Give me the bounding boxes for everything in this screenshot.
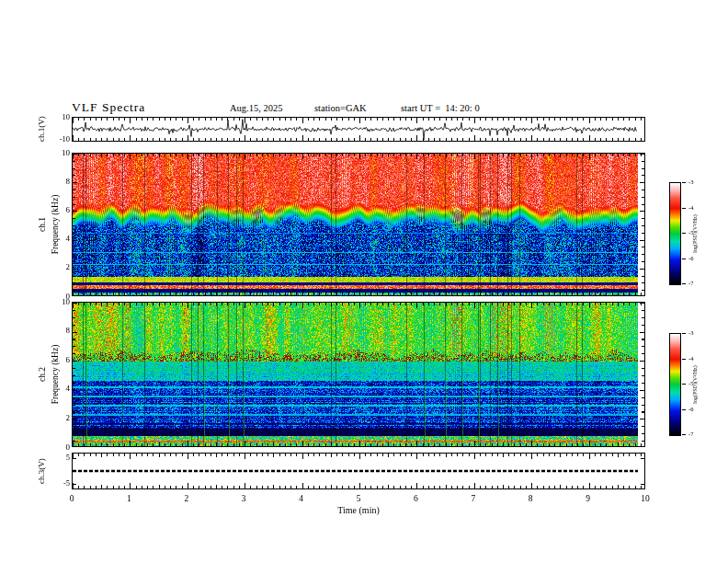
ch2-spectrogram-panel	[72, 302, 645, 447]
x-tick-label: 8	[529, 494, 533, 503]
ch3-ymax-label: 5	[44, 453, 70, 462]
spec1-channel-label: ch.1	[38, 217, 47, 232]
ch1-spectrogram-panel	[72, 153, 645, 296]
ch3-line-canvas	[73, 454, 638, 488]
colorbar-tick-mark	[682, 283, 686, 284]
y-tick-mark	[73, 484, 76, 485]
x-tick-label: 0	[70, 494, 74, 503]
freq-tick-label: 2	[44, 262, 70, 271]
colorbar-ticks: -3-4-5-6-7	[682, 333, 713, 436]
ch3-panel	[72, 453, 645, 489]
freq-tick-label: 8	[44, 177, 70, 186]
y-minor-ticks	[642, 303, 644, 446]
y-major-ticks	[640, 154, 644, 295]
spec2-axis-label: Frequency (kHz)	[51, 345, 60, 405]
y-major-ticks	[640, 303, 644, 446]
spec2-channel-label: ch.2	[38, 367, 47, 382]
colorbar-tick-label: -4	[688, 355, 693, 362]
colorbar-tick-mark	[682, 434, 686, 435]
x-tick-label: 10	[641, 494, 650, 503]
colorbar-tick-mark	[682, 208, 686, 209]
colorbar-ticks: -3-4-5-6-7	[682, 182, 713, 285]
spec1-axis-label: Frequency (kHz)	[51, 195, 60, 255]
ch1-waveform-panel	[72, 117, 645, 142]
colorbar-tick-label: -6	[688, 406, 693, 412]
page-title: VLF Spectra	[72, 100, 145, 115]
time-axis-tick-labels: 012345678910	[72, 494, 645, 505]
colorbar-tick-mark	[682, 259, 686, 259]
date-label: Aug.15, 2025	[230, 103, 282, 113]
y-minor-ticks	[642, 154, 644, 295]
x-tick-label: 1	[127, 494, 131, 503]
colorbar1-label: log(PSD)(V²/Hz)	[692, 214, 698, 252]
x-tick-label: 4	[299, 494, 303, 503]
colorbar-tick-label: -3	[688, 329, 693, 336]
x-tick-label: 2	[184, 494, 188, 503]
x-tick-label: 3	[242, 494, 246, 503]
colorbar-tick-label: -7	[688, 431, 693, 437]
freq-tick-label: 0	[44, 442, 70, 452]
colorbar-tick-label: -7	[688, 280, 693, 286]
ch1-spectrogram-canvas	[73, 154, 638, 295]
station-label: station=GAK	[314, 103, 367, 113]
ch1-waveform-canvas	[73, 118, 638, 141]
colorbar-tick-mark	[682, 409, 686, 410]
colorbar-tick-mark	[682, 333, 686, 334]
freq-tick-label: 2	[44, 413, 70, 422]
colorbar-tick-label: -6	[688, 255, 693, 261]
time-axis-label: Time (min)	[337, 505, 379, 515]
freq-tick-label: 10	[44, 148, 70, 157]
x-tick-label: 9	[586, 494, 590, 503]
freq-tick-label: 8	[44, 326, 70, 335]
colorbar-tick-label: -3	[688, 178, 693, 185]
vlf-spectra-figure: VLF Spectra Aug.15, 2025 station=GAK sta…	[0, 0, 728, 563]
x-tick-label: 7	[471, 494, 475, 503]
colorbar-tick-mark	[682, 182, 686, 183]
colorbar-tick-mark	[682, 359, 686, 360]
ch3-ymin-label: -5	[44, 478, 70, 488]
y-tick-mark	[641, 484, 644, 485]
wave-ymax-label: 10	[44, 112, 70, 121]
colorbar-tick-label: -4	[688, 204, 693, 211]
freq-tick-label: 10	[44, 297, 70, 306]
y-tick-mark	[641, 458, 644, 459]
colorbar-gradient	[669, 333, 681, 436]
x-tick-label: 6	[414, 494, 418, 503]
ch3-axis-label: ch.3(V)	[37, 458, 46, 484]
colorbar-gradient	[669, 182, 681, 285]
ch1-wave-axis-label: ch.1(V)	[37, 116, 46, 142]
wave-ymin-label: -10	[44, 134, 70, 144]
y-tick-mark	[73, 458, 76, 459]
colorbar-tick-mark	[682, 384, 686, 385]
start-ut-label: start UT = 14: 20: 0	[401, 103, 480, 113]
colorbar2-label: log(PSD)(V²/Hz)	[692, 365, 698, 403]
x-tick-label: 5	[357, 494, 361, 503]
ch2-spectrogram-canvas	[73, 303, 638, 446]
colorbar-tick-mark	[682, 233, 686, 234]
